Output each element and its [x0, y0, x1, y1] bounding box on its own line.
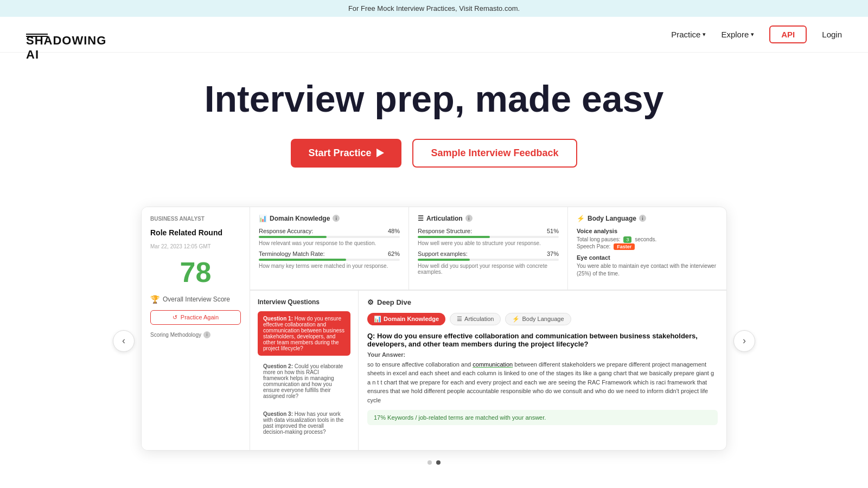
body-tab-icon: ⚡ [512, 316, 520, 323]
metrics-row: 📊 Domain Knowledge i Response Accuracy: … [250, 207, 726, 290]
scoring-methodology[interactable]: Scoring Methodology i [150, 331, 241, 338]
trophy-icon: 🏆 [150, 295, 159, 304]
info-icon: i [465, 215, 473, 222]
tab-articulation[interactable]: ☰ Articulation [450, 313, 501, 325]
nav-links: Practice ▾ Explore ▾ API Login [671, 25, 842, 43]
chevron-down-icon: ▾ [751, 31, 754, 38]
hero-headline: Interview prep, made easy [9, 79, 859, 119]
play-icon [376, 149, 384, 157]
terminology-match: Terminology Match Rate: 62% How many key… [259, 251, 400, 269]
chevron-down-icon: ▾ [703, 31, 706, 38]
logo-text: SHADOWING AI [26, 34, 48, 35]
carousel-prev-button[interactable]: ‹ [113, 330, 135, 352]
panel-title: Role Related Round [150, 228, 241, 237]
carousel: ‹ › Business Analyst Role Related Round … [108, 207, 760, 476]
dive-tabs: 📊 Domain Knowledge ☰ Articulation ⚡ Body… [367, 313, 718, 325]
examples-bar [418, 259, 470, 261]
articulation-tab-icon: ☰ [457, 316, 462, 323]
highlight-word: communication [473, 361, 513, 368]
articulation-col: ☰ Articulation i Response Structure: 51%… [409, 207, 568, 290]
banner-text: For Free Mock Interview Practices, Visit… [348, 4, 520, 12]
logo: SHADOWING AI [26, 33, 48, 37]
info-icon: i [203, 331, 210, 338]
speech-pace-badge: Faster [614, 243, 635, 250]
login-link[interactable]: Login [822, 30, 842, 39]
domain-knowledge-col: 📊 Domain Knowledge i Response Accuracy: … [250, 207, 409, 290]
response-structure: Response Structure: 51% How well were yo… [418, 228, 559, 246]
hero-buttons: Start Practice Sample Interview Feedback [9, 139, 859, 168]
nav-practice[interactable]: Practice ▾ [671, 30, 706, 39]
deep-dive-panel: ⚙ Deep Dive 📊 Domain Knowledge ☰ Articul… [359, 291, 726, 450]
carousel-dots [141, 460, 727, 476]
eye-contact: Eye contact You were able to maintain ey… [577, 254, 718, 278]
response-accuracy: Response Accuracy: 48% How relevant was … [259, 228, 400, 246]
question-item-1[interactable]: Question 1: How do you ensure effective … [258, 311, 350, 356]
score-panel: Business Analyst Role Related Round Mar … [142, 207, 250, 450]
dot-1[interactable] [427, 460, 432, 465]
domain-icon: 📊 [259, 215, 267, 222]
navbar: SHADOWING AI Practice ▾ Explore ▾ API Lo… [0, 17, 868, 53]
refresh-icon: ↺ [173, 314, 177, 321]
feedback-card: Business Analyst Role Related Round Mar … [141, 207, 727, 451]
structure-bar [418, 236, 490, 238]
metrics-panel: 📊 Domain Knowledge i Response Accuracy: … [250, 207, 726, 450]
articulation-icon: ☰ [418, 215, 424, 222]
carousel-next-button[interactable]: › [733, 330, 755, 352]
top-banner: For Free Mock Interview Practices, Visit… [0, 0, 868, 17]
hero-section: Interview prep, made easy Start Practice… [0, 53, 868, 207]
accuracy-bar [259, 236, 327, 238]
panel-date: Mar 22, 2023 12:05 GMT [150, 243, 241, 249]
start-practice-button[interactable]: Start Practice [291, 139, 401, 168]
question-item-3[interactable]: Question 3: How has your work with data … [258, 407, 350, 439]
question-item-2[interactable]: Question 2: Could you elaborate more on … [258, 359, 350, 403]
terminology-bar [259, 259, 346, 261]
score-value: 78 [150, 258, 241, 286]
info-icon: i [333, 215, 340, 222]
info-icon: i [639, 215, 646, 222]
voice-analysis: Voice analysis Total long pauses: 3 seco… [577, 228, 718, 250]
dive-answer-text: so to ensure affective collaboration and… [367, 360, 718, 405]
body-language-col: ⚡ Body Language i Voice analysis Total l… [568, 207, 726, 290]
support-examples: Support examples: 37% How well did you s… [418, 251, 559, 275]
api-button[interactable]: API [769, 25, 807, 43]
dive-answer-label: Your Answer: [367, 351, 718, 358]
overall-score: 🏆 Overall Interview Score [150, 295, 241, 304]
questions-panel: Interview Questions Question 1: How do y… [250, 291, 359, 450]
bottom-row: Interview Questions Question 1: How do y… [250, 290, 726, 450]
tab-domain-knowledge[interactable]: 📊 Domain Knowledge [367, 313, 445, 325]
panel-tag: Business Analyst [150, 216, 241, 222]
tab-body-language[interactable]: ⚡ Body Language [505, 313, 571, 325]
nav-explore[interactable]: Explore ▾ [721, 30, 754, 39]
dive-question: Q: How do you ensure effective collabora… [367, 332, 718, 348]
dot-2[interactable] [436, 460, 441, 465]
deep-dive-icon: ⚙ [367, 298, 374, 306]
body-language-icon: ⚡ [577, 215, 585, 222]
sample-feedback-button[interactable]: Sample Interview Feedback [412, 139, 577, 168]
dive-footer: 17% Keywords / job-related terms are mat… [367, 410, 718, 425]
deep-dive-title: Deep Dive [377, 298, 411, 306]
domain-tab-icon: 📊 [374, 316, 381, 323]
practice-again-button[interactable]: ↺ Practice Again [150, 310, 241, 325]
